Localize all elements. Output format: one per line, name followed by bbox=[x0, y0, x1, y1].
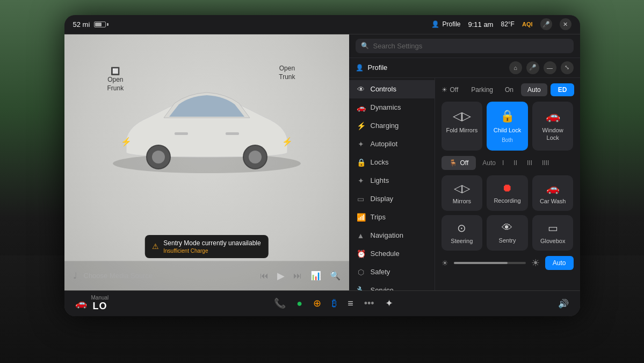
search-icon: 🔍 bbox=[361, 42, 369, 49]
lights-auto-option[interactable]: Auto bbox=[521, 83, 547, 96]
sentry-icon: 👁 bbox=[502, 222, 512, 234]
seat-level-1[interactable]: I bbox=[499, 157, 507, 169]
equalizer-icon[interactable]: 📊 bbox=[310, 271, 321, 281]
svg-rect-8 bbox=[226, 132, 239, 135]
seat-level-4[interactable]: IIII bbox=[539, 157, 552, 169]
lights-options: Parking On Auto ED bbox=[467, 83, 574, 96]
svg-rect-7 bbox=[175, 132, 188, 135]
minimize-icon[interactable]: — bbox=[544, 61, 556, 74]
brightness-auto-button[interactable]: Auto bbox=[545, 256, 574, 270]
brightness-low-icon: ☀ bbox=[442, 259, 448, 267]
main-content: 🔲 Open Frunk Open Trunk bbox=[64, 34, 580, 290]
fan-icon[interactable]: ✦ bbox=[385, 297, 393, 309]
close-icon[interactable]: ✕ bbox=[560, 18, 571, 30]
taskbar-left: 🚗 Manual LO bbox=[75, 295, 109, 312]
volume-icon[interactable]: 🔊 bbox=[558, 298, 569, 309]
warning-icon: ⚠ bbox=[152, 242, 159, 251]
profile-button[interactable]: 👤 Profile bbox=[431, 20, 460, 28]
seat-auto-label: Auto bbox=[482, 159, 496, 167]
menu-item-service[interactable]: 🔧 Service bbox=[349, 281, 435, 290]
menu-item-label: Lights bbox=[371, 176, 389, 184]
menu-item-autopilot[interactable]: ✦ Autopilot bbox=[349, 135, 435, 153]
menu-item-safety[interactable]: ⬡ Safety bbox=[349, 263, 435, 281]
search-placeholder: Search Settings bbox=[373, 42, 423, 50]
prev-track-icon[interactable]: ⏮ bbox=[260, 271, 269, 281]
main-screen: 52 mi 👤 Profile 9:11 am 82°F AQI 🎤 ✕ 🔲 bbox=[64, 15, 580, 316]
more-icon[interactable]: ••• bbox=[364, 298, 374, 309]
steering-button[interactable]: ⊙ Steering bbox=[442, 215, 483, 251]
menu-item-trips[interactable]: 📶 Trips bbox=[349, 208, 435, 226]
menu-list: 👁 Controls 🚗 Dynamics ⚡ Charging ✦ Autop… bbox=[349, 78, 435, 290]
window-lock-icon: 🚗 bbox=[546, 109, 560, 123]
media-source-label[interactable]: Choose Media Source bbox=[84, 272, 153, 280]
search-container[interactable]: 🔍 Search Settings bbox=[356, 39, 574, 53]
play-icon[interactable]: ▶ bbox=[277, 270, 285, 282]
glovebox-button[interactable]: ▭ Glovebox bbox=[532, 215, 574, 251]
mic-profile-icon[interactable]: 🎤 bbox=[526, 61, 539, 74]
home-icon[interactable]: ⌂ bbox=[509, 61, 522, 74]
menu-item-locks[interactable]: 🔒 Locks bbox=[349, 153, 435, 172]
brightness-fill bbox=[454, 262, 508, 264]
mirrors-icon: ◁▷ bbox=[454, 182, 470, 195]
menu-item-schedule[interactable]: ⏰ Schedule bbox=[349, 245, 435, 263]
steering-label: Steering bbox=[451, 238, 473, 244]
sentry-button[interactable]: 👁 Sentry bbox=[487, 215, 528, 251]
search-media-icon[interactable]: 🔍 bbox=[330, 271, 341, 281]
brightness-row: ☀ ☀ Auto bbox=[442, 256, 574, 270]
fold-mirrors-button[interactable]: ◁▷ Fold Mirrors bbox=[442, 102, 483, 151]
recording-icon: ⏺ bbox=[502, 182, 512, 194]
window-lock-label: WindowLock bbox=[542, 126, 563, 142]
glovebox-icon: ▭ bbox=[548, 222, 558, 234]
spotify-icon[interactable]: ● bbox=[296, 298, 302, 309]
media-controls: ⏮ ▶ ⏭ 📊 🔍 bbox=[260, 270, 341, 282]
dynamics-icon: 🚗 bbox=[357, 103, 365, 112]
car-wash-button[interactable]: 🚗 Car Wash bbox=[532, 175, 574, 211]
mirrors-button[interactable]: ◁▷ Mirrors bbox=[442, 175, 483, 211]
music-icon: ♩ bbox=[73, 271, 77, 281]
lights-ed-button[interactable]: ED bbox=[551, 83, 575, 96]
menu-item-display[interactable]: ▭ Display bbox=[349, 190, 435, 208]
child-lock-label: Child Lock bbox=[494, 126, 521, 134]
sentry-warning-text: Sentry Mode currently unavailable bbox=[163, 239, 261, 247]
display-icon: ▭ bbox=[357, 195, 365, 203]
child-lock-button[interactable]: 🔒 Child Lock Both bbox=[487, 102, 528, 151]
svg-point-4 bbox=[249, 151, 262, 163]
menu-item-label: Display bbox=[371, 195, 394, 203]
menu-item-controls[interactable]: 👁 Controls bbox=[349, 80, 435, 98]
menu-item-dynamics[interactable]: 🚗 Dynamics bbox=[349, 98, 435, 117]
seat-off-label: Off bbox=[460, 159, 469, 167]
glovebox-label: Glovebox bbox=[540, 238, 565, 244]
controls-panel: ☀ Off Parking On Auto ED ◁▷ Fo bbox=[435, 78, 580, 290]
brightness-slider[interactable] bbox=[454, 262, 526, 264]
autopilot-icon: ✦ bbox=[357, 140, 365, 148]
gear-mode-label: LO bbox=[92, 301, 107, 312]
profile-actions: ⌂ 🎤 — ⤡ bbox=[509, 61, 574, 74]
status-temp: 82°F bbox=[501, 20, 514, 28]
bluetooth-icon[interactable]: ₿ bbox=[332, 298, 337, 309]
multicolor-icon[interactable]: ⊕ bbox=[313, 297, 321, 309]
phone-icon[interactable]: 📞 bbox=[274, 297, 286, 309]
steering-icon: ⊙ bbox=[457, 222, 466, 234]
mirrors-label: Mirrors bbox=[453, 198, 471, 204]
gear-label: Manual bbox=[91, 295, 109, 301]
menu-item-navigation[interactable]: ▲ Navigation bbox=[349, 226, 435, 245]
child-lock-sub: Both bbox=[502, 137, 513, 143]
microphone-icon[interactable]: 🎤 bbox=[540, 18, 552, 30]
range-display: 52 mi bbox=[73, 20, 90, 29]
controls-icon: 👁 bbox=[357, 85, 365, 94]
lights-on-option[interactable]: On bbox=[501, 84, 518, 96]
menu-item-charging[interactable]: ⚡ Charging bbox=[349, 117, 435, 135]
expand-icon[interactable]: ⤡ bbox=[561, 61, 574, 74]
lights-parking-option[interactable]: Parking bbox=[467, 84, 497, 96]
seat-level-2[interactable]: II bbox=[510, 157, 520, 169]
menu-item-lights[interactable]: ✦ Lights bbox=[349, 172, 435, 190]
seat-off-button[interactable]: 🪑 Off bbox=[442, 156, 476, 170]
recording-button[interactable]: ⏺ Recording bbox=[487, 175, 528, 211]
profile-row: 👤 Profile ⌂ 🎤 — ⤡ bbox=[349, 58, 580, 78]
menu-item-label: Service bbox=[371, 286, 394, 290]
seat-heat-options: Auto I II III IIII bbox=[482, 157, 552, 169]
next-track-icon[interactable]: ⏭ bbox=[293, 271, 302, 281]
window-lock-button[interactable]: 🚗 WindowLock bbox=[532, 102, 574, 151]
wifi-icon[interactable]: ≡ bbox=[348, 298, 353, 309]
seat-level-3[interactable]: III bbox=[524, 157, 536, 169]
